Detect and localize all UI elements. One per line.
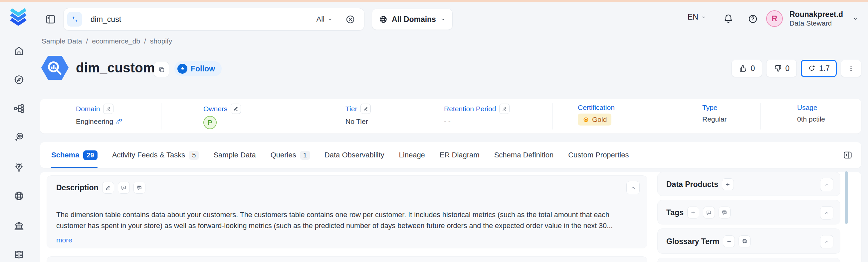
add-data-product-button[interactable] [722,178,734,190]
pencil-icon [363,106,368,111]
sidebar-item-glossary[interactable] [13,249,25,260]
owner-avatar[interactable]: P [204,116,217,129]
user-role: Data Steward [789,19,843,27]
breadcrumb-item[interactable]: Sample Data [41,37,82,45]
upvote-count: 0 [751,64,755,73]
entity-meta-panel: Domain Engineering Owners P Tier No Tier… [40,99,861,134]
chevron-down-icon [327,16,333,22]
user-menu[interactable]: Rounakpreet.d Data Steward [789,10,843,27]
add-tag-button[interactable] [687,207,699,219]
collapse-data-products-button[interactable] [820,178,833,191]
user-menu-chevron-icon[interactable] [852,15,859,22]
pencil-icon [502,106,507,111]
clear-search-icon[interactable] [345,14,355,25]
edit-domain-button[interactable] [103,104,114,114]
edit-retention-button[interactable] [499,104,509,114]
edit-tier-button[interactable] [361,104,371,114]
language-selector[interactable]: EN [688,13,706,22]
ai-sparkle-icon[interactable] [67,12,82,27]
search-filter-dropdown[interactable]: All [316,15,333,24]
add-glossary-term-button[interactable] [723,235,735,248]
tab-schema[interactable]: Schema 29 [51,142,97,168]
tab-badge: 29 [83,150,97,160]
sidebar-item-platform[interactable] [13,103,25,114]
sidebar-item-domains[interactable] [13,190,25,201]
sidebar-item-observability[interactable] [13,132,25,143]
next-section-card [46,256,647,262]
tab-label: Sample Data [213,151,256,159]
version-button[interactable]: 1.7 [801,60,837,77]
tab-custom-properties[interactable]: Custom Properties [568,142,629,168]
medal-icon [583,116,589,123]
tab-data-observability[interactable]: Data Observability [324,142,384,168]
meta-owners: Owners P [161,99,306,134]
thumbs-down-icon [773,64,782,73]
plus-icon [726,239,732,245]
tags-suggestions-button[interactable] [719,207,731,219]
collapse-glossary-button[interactable] [820,235,833,249]
edit-owners-button[interactable] [230,104,241,114]
sidebar-item-insights[interactable] [13,162,25,173]
meta-value: 0th pctile [797,115,825,123]
right-panel-scrollbar[interactable] [845,171,848,224]
tab-queries[interactable]: Queries 1 [271,142,310,168]
tags-card: Tags [657,200,840,224]
schema-tab-content: Description The dimension table contains… [40,172,861,262]
more-actions-button[interactable] [841,60,861,77]
expand-right-panel-icon[interactable] [842,149,854,161]
downvote-button[interactable]: 0 [766,60,797,77]
description-suggestions-button[interactable] [133,182,146,194]
thumbs-up-icon [739,64,747,73]
copy-name-button[interactable] [154,62,169,77]
meta-label: Owners [204,105,227,113]
chevron-down-icon [701,14,706,20]
search-input[interactable] [90,14,316,24]
top-accent-strip [0,0,868,2]
tab-er-diagram[interactable]: ER Diagram [440,142,479,168]
breadcrumb-item[interactable]: shopify [150,37,173,45]
collapse-description-button[interactable] [626,181,640,194]
sidebar-toggle-icon[interactable] [44,13,57,25]
glossary-term-card: Glossary Term [657,228,840,254]
chevron-up-icon [824,239,830,245]
help-icon[interactable] [747,13,758,24]
glossary-suggestions-button[interactable] [739,235,750,248]
chevron-up-icon [824,182,830,188]
notifications-bell-icon[interactable] [723,13,734,24]
app-window: All All Domains EN R Rounakpreet.d Data … [0,0,868,262]
spyglass-eye-icon [13,132,25,143]
follow-button[interactable]: Follow [175,61,222,76]
next-right-card [657,258,840,262]
follow-label: Follow [191,65,215,73]
domains-dropdown[interactable]: All Domains [372,9,453,30]
description-text: The dimension table contains data about … [56,210,639,231]
tab-label: Activity Feeds & Tasks [112,151,185,159]
tab-lineage[interactable]: Lineage [399,142,425,168]
sidebar-item-govern[interactable] [13,220,25,231]
user-avatar[interactable]: R [766,10,783,27]
description-more-link[interactable]: more [56,236,72,244]
domains-label: All Domains [392,15,436,24]
tab-activity-feeds[interactable]: Activity Feeds & Tasks 5 [112,142,199,168]
owner-initial: P [208,119,212,126]
search-filter-label: All [316,15,324,24]
comments-icon [742,239,747,245]
breadcrumb-item[interactable]: ecommerce_db [92,37,140,45]
collapse-tags-button[interactable] [820,206,833,220]
tab-label: Custom Properties [568,151,629,159]
tab-sample-data[interactable]: Sample Data [213,142,256,168]
comment-description-button[interactable] [118,182,130,194]
meta-value: Regular [702,115,727,123]
tab-label: Lineage [399,151,425,159]
upvote-button[interactable]: 0 [732,60,762,77]
domain-link-icon[interactable] [116,118,122,125]
description-card: Description The dimension table contains… [46,175,647,249]
comment-tags-button[interactable] [703,207,715,219]
app-logo[interactable] [9,6,28,27]
comment-icon [706,210,712,216]
sidebar-item-home[interactable] [13,45,25,57]
global-search-bar[interactable]: All [63,8,365,31]
sidebar-item-explore[interactable] [13,74,25,85]
edit-description-button[interactable] [102,182,114,194]
tab-schema-definition[interactable]: Schema Definition [494,142,554,168]
